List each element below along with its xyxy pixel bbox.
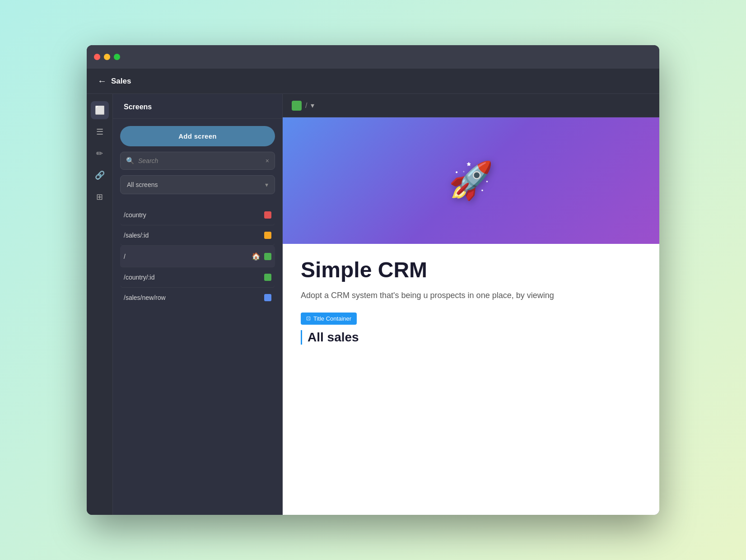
toolbar-color-dot: [292, 101, 302, 111]
preview-area: / ▾ 🚀 Simple CRM Adopt a CRM system that…: [283, 94, 659, 515]
sidebar-item-link[interactable]: 🔗: [91, 166, 109, 184]
link-icon: 🔗: [95, 170, 105, 180]
sidebar-item-table[interactable]: ⊞: [91, 188, 109, 206]
screen-color-dot: [264, 294, 271, 301]
traffic-lights: [94, 54, 120, 60]
preview-toolbar: / ▾: [283, 94, 659, 117]
preview-hero: 🚀: [283, 117, 659, 244]
screen-icons: [264, 274, 271, 281]
toolbar-slash: /: [305, 102, 307, 110]
screen-color-dot: [264, 211, 271, 219]
back-button[interactable]: ← Sales: [98, 76, 131, 86]
screen-icons: 🏠: [252, 252, 271, 261]
screens-panel-title: Screens: [113, 94, 282, 119]
screen-item-country[interactable]: /country: [120, 205, 275, 225]
screen-item-root[interactable]: / 🏠: [120, 246, 275, 267]
screens-panel: Screens Add screen 🔍 × All screens ▾ /co…: [113, 94, 283, 515]
screen-color-dot: [264, 274, 271, 281]
sidebar-item-screens[interactable]: ⬜: [91, 101, 109, 119]
screen-name: /sales/new/row: [124, 294, 264, 301]
badge-dashed-icon: ⊡: [306, 315, 311, 322]
chevron-down-icon: ▾: [265, 181, 268, 188]
badge-label: Title Container: [313, 315, 351, 322]
home-icon: 🏠: [252, 252, 261, 261]
screen-color-dot: [264, 232, 271, 239]
app-title: Simple CRM: [301, 258, 641, 282]
search-bar[interactable]: 🔍 ×: [120, 152, 275, 170]
add-screen-button[interactable]: Add screen: [120, 126, 275, 146]
screens-icon: ⬜: [95, 105, 105, 115]
filter-dropdown[interactable]: All screens ▾: [120, 175, 275, 194]
screen-item-country-id[interactable]: /country/:id: [120, 267, 275, 288]
screen-icons: [264, 211, 271, 219]
screen-item-sales-new-row[interactable]: /sales/new/row: [120, 288, 275, 308]
close-button[interactable]: [94, 54, 100, 60]
screens-controls: Add screen 🔍 × All screens ▾: [113, 119, 282, 201]
main-content: ⬜ ☰ ✏ 🔗 ⊞ Screens Add screen 🔍: [87, 94, 659, 515]
sidebar-item-list[interactable]: ☰: [91, 123, 109, 141]
filter-dropdown-label: All screens: [127, 181, 265, 188]
back-arrow-icon: ←: [98, 76, 107, 86]
app-window: ← Sales ⬜ ☰ ✏ 🔗 ⊞ Screens: [87, 45, 659, 515]
title-container-badge: ⊡ Title Container: [301, 313, 357, 325]
all-sales-title: All sales: [301, 330, 641, 345]
header: ← Sales: [87, 69, 659, 94]
screen-name: /sales/:id: [124, 232, 264, 239]
app-title: Sales: [111, 77, 131, 86]
icon-sidebar: ⬜ ☰ ✏ 🔗 ⊞: [87, 94, 113, 515]
search-input[interactable]: [138, 157, 262, 164]
app-description: Adopt a CRM system that's being u prospe…: [301, 289, 641, 302]
minimize-button[interactable]: [104, 54, 110, 60]
screen-icons: [264, 294, 271, 301]
screen-list: /country /sales/:id / 🏠: [113, 201, 282, 311]
app-preview: 🚀 Simple CRM Adopt a CRM system that's b…: [283, 117, 659, 515]
maximize-button[interactable]: [114, 54, 120, 60]
screen-color-dot: [264, 253, 271, 260]
screen-name: /country: [124, 211, 264, 219]
sidebar-item-brush[interactable]: ✏: [91, 145, 109, 163]
screen-name: /country/:id: [124, 274, 264, 281]
list-icon: ☰: [96, 127, 103, 137]
brush-icon: ✏: [96, 149, 103, 159]
screen-item-sales-id[interactable]: /sales/:id: [120, 225, 275, 246]
screen-icons: [264, 232, 271, 239]
preview-body: Simple CRM Adopt a CRM system that's bei…: [283, 244, 659, 515]
search-clear-icon[interactable]: ×: [266, 157, 269, 164]
search-icon: 🔍: [126, 157, 135, 165]
preview-content: 🚀 Simple CRM Adopt a CRM system that's b…: [283, 117, 659, 515]
toolbar-dropdown[interactable]: ▾: [311, 101, 314, 110]
chevron-down-icon: ▾: [311, 101, 314, 110]
table-icon: ⊞: [96, 192, 103, 202]
titlebar: [87, 45, 659, 69]
rocket-icon: 🚀: [448, 159, 494, 202]
screen-name: /: [124, 253, 252, 260]
